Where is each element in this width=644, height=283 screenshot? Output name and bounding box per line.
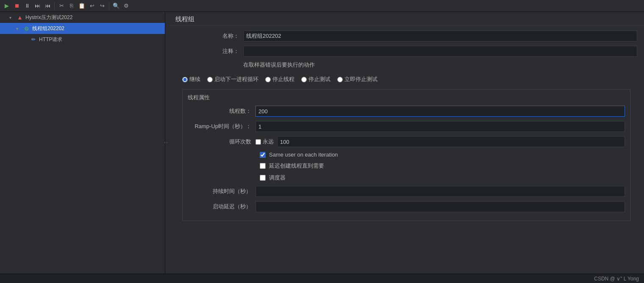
delay-thread-label: 延迟创建线程直到需要 bbox=[269, 162, 324, 170]
loop-count-row: 循环次数 永远 bbox=[188, 136, 625, 147]
on-error-radio-group: 继续 启动下一进程循环 停止线程 停止测试 立即停止测试 bbox=[175, 73, 637, 86]
startup-delay-row: 启动延迟（秒） bbox=[188, 201, 625, 212]
http-icon: ✏ bbox=[30, 36, 37, 43]
delay-thread-checkbox[interactable] bbox=[260, 163, 266, 169]
toolbar-icon-undo[interactable]: ↩ bbox=[88, 2, 96, 10]
loop-count-input[interactable] bbox=[277, 136, 625, 147]
radio-continue-label: 继续 bbox=[189, 76, 200, 83]
toolbar-icon-paste[interactable]: 📋 bbox=[78, 2, 86, 10]
toolbar-icon-search[interactable]: 🔍 bbox=[112, 2, 120, 10]
thread-props-section: 线程属性 线程数： Ramp-Up时间（秒）： 循环次数 永远 bbox=[182, 89, 630, 221]
radio-next-loop-input[interactable] bbox=[207, 77, 213, 82]
same-user-label: Same user on each iteration bbox=[269, 151, 338, 158]
name-label: 名称： bbox=[175, 32, 243, 40]
radio-stop-thread-label: 停止线程 bbox=[272, 76, 294, 83]
radio-stop-test-now-label: 立即停止测试 bbox=[344, 76, 378, 83]
status-text: CSDN @ ∨" L Yong bbox=[594, 276, 639, 282]
on-error-label: 在取样器错误后要执行的动作 bbox=[243, 61, 315, 69]
forever-label: 永远 bbox=[263, 138, 274, 146]
sidebar-item-test-plan[interactable]: ▾ ▲ Hystrix压力测试2022 bbox=[0, 12, 165, 23]
same-user-row: Same user on each iteration bbox=[188, 151, 625, 158]
forever-checkbox-input[interactable] bbox=[255, 139, 261, 145]
duration-label: 持续时间（秒） bbox=[188, 188, 255, 195]
radio-stop-test-input[interactable] bbox=[301, 77, 307, 82]
name-row: 名称： bbox=[175, 31, 637, 42]
radio-stop-test[interactable]: 停止测试 bbox=[301, 76, 330, 83]
forever-checkbox-label[interactable]: 永远 bbox=[255, 138, 274, 146]
thread-count-input[interactable] bbox=[255, 106, 625, 117]
toolbar-icon-pause[interactable]: ⏸ bbox=[23, 2, 31, 10]
sidebar: ▾ ▲ Hystrix压力测试2022 ▾ ⚙ 线程组202202 ✏ HTTP… bbox=[0, 12, 165, 274]
http-label: HTTP请求 bbox=[39, 36, 62, 43]
thread-count-label: 线程数： bbox=[188, 107, 255, 115]
radio-continue-input[interactable] bbox=[182, 77, 188, 82]
scheduler-label: 调度器 bbox=[269, 174, 286, 182]
thread-count-row: 线程数： bbox=[188, 106, 625, 117]
toolbar-icon-cut[interactable]: ✂ bbox=[57, 2, 66, 10]
on-error-section-row: 在取样器错误后要执行的动作 bbox=[175, 61, 637, 69]
ramp-up-label: Ramp-Up时间（秒）： bbox=[188, 123, 255, 130]
radio-continue[interactable]: 继续 bbox=[182, 76, 200, 83]
toolbar-icon-redo[interactable]: ↪ bbox=[98, 2, 106, 10]
comment-row: 注释： bbox=[175, 46, 637, 57]
ramp-up-row: Ramp-Up时间（秒）： bbox=[188, 121, 625, 132]
thread-group-label: 线程组202202 bbox=[32, 25, 64, 32]
main-area: ▾ ▲ Hystrix压力测试2022 ▾ ⚙ 线程组202202 ✏ HTTP… bbox=[0, 12, 644, 274]
radio-stop-test-now[interactable]: 立即停止测试 bbox=[337, 76, 378, 83]
form-body: 名称： 注释： 在取样器错误后要执行的动作 继续 bbox=[169, 25, 644, 230]
radio-stop-test-label: 停止测试 bbox=[308, 76, 330, 83]
content-title: 线程组 bbox=[169, 12, 644, 25]
test-plan-icon: ▲ bbox=[16, 14, 24, 21]
sidebar-item-thread-group[interactable]: ▾ ⚙ 线程组202202 bbox=[0, 23, 165, 34]
status-bar: CSDN @ ∨" L Yong bbox=[0, 274, 644, 283]
loop-count-label: 循环次数 bbox=[188, 138, 255, 146]
thread-group-icon: ⚙ bbox=[23, 25, 31, 32]
same-user-checkbox[interactable] bbox=[260, 152, 266, 158]
delay-thread-row: 延迟创建线程直到需要 bbox=[188, 162, 625, 170]
radio-stop-thread[interactable]: 停止线程 bbox=[265, 76, 294, 83]
toolbar-icon-next[interactable]: ⏭ bbox=[33, 2, 42, 10]
sidebar-item-http-request[interactable]: ✏ HTTP请求 bbox=[0, 34, 165, 45]
startup-delay-input[interactable] bbox=[255, 201, 625, 212]
duration-input[interactable] bbox=[255, 186, 625, 197]
ramp-up-input[interactable] bbox=[255, 121, 625, 132]
test-plan-label: Hystrix压力测试2022 bbox=[25, 14, 72, 21]
radio-next-loop-label: 启动下一进程循环 bbox=[214, 76, 258, 83]
startup-delay-label: 启动延迟（秒） bbox=[188, 203, 255, 210]
thread-props-title: 线程属性 bbox=[188, 94, 625, 101]
toolbar-icon-copy[interactable]: ⎘ bbox=[67, 2, 76, 10]
radio-next-loop[interactable]: 启动下一进程循环 bbox=[207, 76, 258, 83]
content-title-text: 线程组 bbox=[175, 15, 194, 22]
scheduler-row: 调度器 bbox=[188, 174, 625, 182]
duration-row: 持续时间（秒） bbox=[188, 186, 625, 197]
scheduler-checkbox[interactable] bbox=[260, 175, 266, 181]
toolbar-icon-prev[interactable]: ⏮ bbox=[43, 2, 52, 10]
expand-arrow-test-plan: ▾ bbox=[9, 15, 15, 20]
radio-stop-test-now-input[interactable] bbox=[337, 77, 343, 82]
comment-input[interactable] bbox=[243, 46, 637, 57]
expand-arrow-thread-group: ▾ bbox=[16, 26, 22, 31]
radio-stop-thread-input[interactable] bbox=[265, 77, 271, 82]
content-area: 线程组 名称： 注释： 在取样器错误后要执行的动作 继 bbox=[169, 12, 644, 274]
resize-handle[interactable]: ⋮ bbox=[165, 12, 169, 274]
toolbar-icon-run[interactable]: ▶ bbox=[3, 2, 11, 10]
toolbar-icon-settings[interactable]: ⚙ bbox=[122, 2, 130, 10]
top-toolbar: ▶ ⏹ ⏸ ⏭ ⏮ ✂ ⎘ 📋 ↩ ↪ 🔍 ⚙ bbox=[0, 0, 644, 12]
comment-label: 注释： bbox=[175, 48, 243, 55]
toolbar-icon-stop[interactable]: ⏹ bbox=[13, 2, 21, 10]
name-input[interactable] bbox=[243, 31, 637, 42]
